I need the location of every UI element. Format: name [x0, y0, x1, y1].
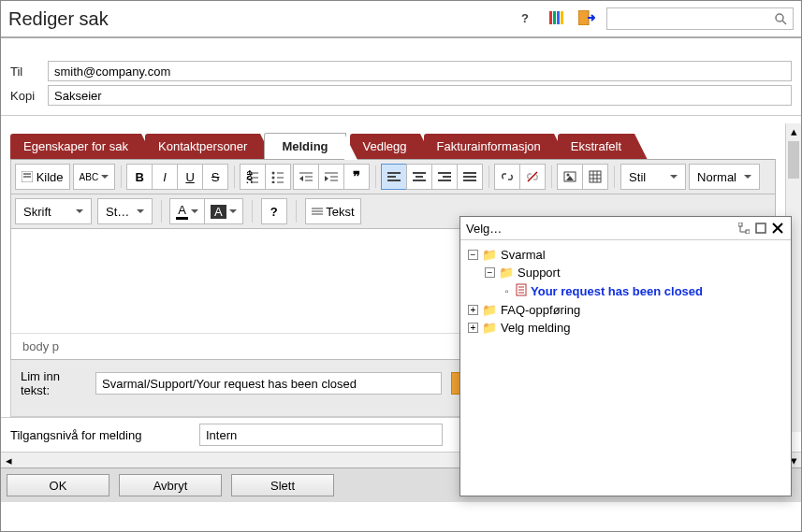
align-center-button[interactable] [406, 164, 432, 190]
cancel-button[interactable]: Avbryt [119, 474, 222, 496]
tree-leaf-closed[interactable]: ▫ Your request has been closed [468, 281, 783, 301]
paste-label: Lim inntekst: [21, 369, 86, 397]
collapse-icon[interactable]: − [468, 250, 478, 260]
popup-close-icon[interactable] [770, 221, 785, 236]
popup-title: Velg… [466, 222, 735, 236]
help-icon[interactable]: ? [515, 7, 537, 32]
paragraph-label: Normal [697, 170, 736, 184]
to-label: Til [10, 65, 48, 79]
page-title: Rediger sak [8, 8, 109, 30]
tab-extra[interactable]: Ekstrafelt [558, 134, 634, 159]
tree-node-velg[interactable]: + 📁 Velg melding [468, 319, 783, 337]
spellcheck-button[interactable]: ABC [73, 164, 116, 190]
align-justify-button[interactable] [457, 164, 483, 190]
font-select[interactable]: Skrift [15, 198, 92, 224]
blockquote-button[interactable]: ❞ [343, 164, 370, 190]
align-left-button[interactable] [381, 164, 407, 190]
scroll-left-arrow[interactable]: ◂ [1, 453, 17, 467]
tree-label: Svarmal [501, 248, 546, 262]
svg-text:?: ? [521, 11, 529, 25]
tab-message[interactable]: Melding [264, 133, 345, 159]
strike-button[interactable]: S [202, 164, 228, 190]
access-field[interactable] [199, 424, 443, 446]
svg-rect-10 [23, 176, 31, 178]
link-button[interactable] [494, 164, 520, 190]
font-label: Skrift [23, 205, 51, 219]
leaf-icon: ▫ [502, 286, 512, 296]
collapse-icon[interactable]: − [485, 267, 495, 278]
bold-button[interactable]: B [126, 164, 153, 190]
tree-node-svarmal[interactable]: − 📁 Svarmal [468, 246, 783, 264]
tree-label: Velg melding [501, 321, 570, 335]
paragraph-select[interactable]: Normal [689, 164, 760, 190]
unlink-button[interactable] [519, 164, 546, 190]
indent-button[interactable] [318, 164, 344, 190]
global-search-input[interactable] [606, 7, 794, 30]
style-select[interactable]: Stil [620, 164, 686, 190]
align-right-button[interactable] [431, 164, 458, 190]
tab-attachments[interactable]: Vedlegg [350, 134, 420, 159]
tekst-label: Tekst [326, 205, 354, 219]
svg-point-17 [272, 172, 275, 175]
file-icon [516, 283, 527, 299]
image-button[interactable] [557, 164, 583, 190]
delete-button[interactable]: Slett [231, 474, 334, 496]
numbered-list-button[interactable]: 123 [240, 164, 266, 190]
underline-button[interactable]: U [177, 164, 203, 190]
svg-rect-55 [738, 223, 742, 226]
expand-icon[interactable]: + [468, 323, 478, 333]
source-button[interactable]: Kilde [15, 164, 70, 190]
svg-point-19 [272, 181, 275, 184]
access-label: Tilgangsnivå for melding [10, 428, 188, 442]
folder-icon: 📁 [482, 248, 497, 262]
svg-rect-4 [561, 11, 563, 24]
italic-button[interactable]: I [152, 164, 178, 190]
svg-rect-57 [756, 223, 766, 233]
size-select[interactable]: St… [97, 198, 153, 224]
svg-rect-9 [23, 173, 31, 175]
cc-field[interactable] [48, 85, 792, 106]
bullet-list-button[interactable] [265, 164, 291, 190]
cc-label: Kopi [10, 89, 48, 103]
tree-node-faq[interactable]: + 📁 FAQ-oppføring [468, 301, 783, 319]
tree-node-support[interactable]: − 📁 Support [468, 264, 783, 281]
svg-line-7 [782, 21, 786, 24]
to-field[interactable] [48, 61, 792, 81]
svg-point-18 [272, 177, 275, 180]
table-button[interactable] [582, 164, 608, 190]
svg-point-6 [776, 14, 783, 22]
svg-rect-56 [746, 230, 750, 234]
tree-label: FAQ-oppføring [501, 303, 580, 317]
expand-icon[interactable]: + [468, 305, 478, 315]
scroll-up-arrow[interactable]: ▴ [786, 123, 801, 139]
bg-color-button[interactable]: A [204, 198, 243, 224]
color-bars-icon[interactable] [545, 7, 567, 32]
scroll-thumb[interactable] [788, 141, 799, 179]
popup-maximize-icon[interactable] [753, 221, 768, 236]
tree-label-selected: Your request has been closed [531, 284, 703, 298]
tree-label: Support [518, 266, 561, 280]
select-popup: Velg… − 📁 Svarmal − 📁 Support ▫ Your req… [459, 216, 792, 496]
tab-invoice[interactable]: Fakturainformasjon [424, 134, 554, 159]
ok-button[interactable]: OK [7, 474, 109, 496]
tab-contacts[interactable]: Kontaktpersoner [145, 134, 260, 159]
outdent-button[interactable] [293, 164, 319, 190]
folder-icon: 📁 [499, 266, 514, 280]
svg-rect-5 [578, 10, 589, 25]
paste-text-field[interactable] [95, 372, 442, 395]
tab-properties[interactable]: Egenskaper for sak [10, 134, 141, 159]
svg-marker-46 [566, 176, 574, 180]
text-color-button[interactable]: A [169, 198, 205, 224]
help-toolbar-button[interactable]: ? [261, 198, 287, 224]
svg-point-45 [567, 174, 570, 177]
tekst-button[interactable]: Tekst [305, 198, 361, 224]
folder-icon: 📁 [482, 321, 497, 335]
svg-rect-3 [557, 11, 560, 24]
exit-icon[interactable] [575, 7, 599, 32]
style-label: Stil [629, 170, 646, 184]
svg-marker-26 [299, 176, 303, 181]
svg-rect-47 [590, 171, 601, 182]
source-label: Kilde [36, 170, 64, 184]
svg-marker-30 [325, 176, 328, 181]
popup-tree-icon[interactable] [736, 221, 751, 236]
